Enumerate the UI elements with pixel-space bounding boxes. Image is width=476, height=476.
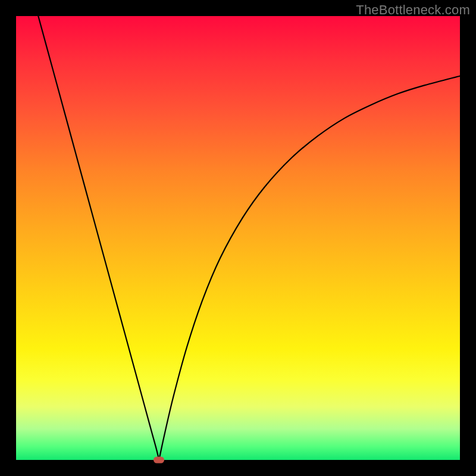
plot-area — [16, 16, 460, 460]
curve-right-branch — [159, 76, 460, 460]
minimum-marker — [154, 457, 164, 464]
chart-frame: TheBottleneck.com — [0, 0, 476, 476]
curve-svg — [16, 16, 460, 460]
curve-left-branch — [38, 16, 159, 460]
